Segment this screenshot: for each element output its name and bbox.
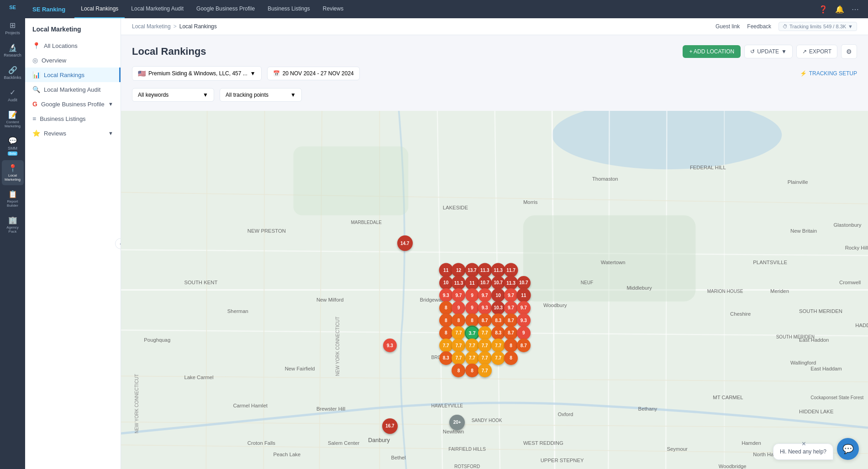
ranking-bubble[interactable]: 7.7 — [478, 351, 492, 365]
ranking-bubble[interactable]: 8.7 — [478, 313, 492, 327]
ranking-bubble[interactable]: 9.7 — [452, 288, 465, 302]
feedback-link[interactable]: Feedback — [747, 23, 771, 30]
ranking-bubble[interactable]: 11.3 — [491, 263, 505, 277]
ranking-bubble[interactable]: 11.3 — [478, 263, 492, 277]
ranking-bubble[interactable]: 8 — [439, 301, 453, 315]
ranking-bubble[interactable]: 10.7 — [491, 276, 505, 290]
ranking-bubble[interactable]: 11.3 — [452, 276, 466, 290]
ranking-bubble[interactable]: 7.7 — [491, 351, 505, 365]
nav-research[interactable]: 🔬 Research — [2, 40, 24, 61]
ranking-bubble[interactable]: 9.7 — [517, 301, 531, 315]
bell-icon[interactable]: 🔔 — [833, 3, 846, 16]
ranking-bubble[interactable]: 13.7 — [465, 263, 479, 277]
ranking-bubble[interactable]: 8 — [439, 313, 453, 327]
sidebar-item-business-listings[interactable]: ≡ Business Listings — [25, 111, 121, 126]
ranking-bubble[interactable]: 7.7 — [478, 364, 492, 377]
nav-content-marketing[interactable]: 📝 Content Marketing — [2, 107, 24, 132]
ranking-bubble[interactable]: 7.7 — [478, 339, 492, 352]
breadcrumb-parent[interactable]: Local Marketing — [132, 23, 171, 30]
nav-local-marketing[interactable]: 📍 Local Marketing — [2, 160, 24, 185]
ranking-bubble[interactable]: 8 — [465, 364, 479, 377]
location-selector[interactable]: 🇺🇸 Premium Siding & Windows, LLC, 457 ..… — [132, 66, 262, 81]
sidebar-collapse-btn[interactable]: ‹ — [115, 238, 121, 249]
ranking-bubble[interactable]: 8.7 — [504, 326, 518, 340]
ranking-bubble[interactable]: 7.7 — [452, 339, 465, 352]
ranking-bubble[interactable]: 9.3 — [478, 301, 492, 315]
ranking-bubble[interactable]: 7.7 — [465, 339, 479, 352]
ranking-bubble[interactable]: 7.7 — [452, 351, 465, 365]
ranking-bubble[interactable]: 7.7 — [478, 326, 492, 340]
ranking-bubble[interactable]: 9.7 — [504, 288, 518, 302]
ranking-bubble[interactable]: 8 — [452, 313, 465, 327]
ranking-bubble[interactable]: 7.7 — [439, 339, 453, 352]
chat-close-button[interactable]: × — [802, 440, 806, 448]
topnav-google-business-profile[interactable]: Google Business Profile — [190, 0, 261, 18]
ranking-bubble[interactable]: 7.7 — [491, 339, 505, 352]
more-icon[interactable]: ⋯ — [850, 3, 861, 16]
ranking-bubble[interactable]: 10.7 — [478, 276, 492, 290]
topnav-local-marketing-audit[interactable]: Local Marketing Audit — [125, 0, 190, 18]
chat-open-button[interactable]: 💬 — [837, 438, 859, 460]
ranking-bubble[interactable]: 8 — [439, 326, 453, 340]
ranking-bubble[interactable]: 9.3 — [517, 313, 531, 327]
ranking-bubble[interactable]: 8.7 — [504, 313, 518, 327]
ranking-bubble[interactable]: 14.7 — [397, 235, 413, 251]
ranking-bubble[interactable]: 9 — [452, 301, 465, 315]
ranking-bubble[interactable]: 11 — [439, 263, 453, 277]
ranking-bubble[interactable]: 9.3 — [439, 288, 453, 302]
topnav-reviews[interactable]: Reviews — [316, 0, 350, 18]
ranking-bubble[interactable]: 8.3 — [439, 351, 453, 365]
ranking-bubble[interactable]: 11.7 — [504, 263, 518, 277]
export-button[interactable]: ↗ EXPORT — [796, 45, 837, 58]
ranking-bubble[interactable]: 8.3 — [491, 326, 505, 340]
sidebar-item-reviews[interactable]: ⭐ Reviews ▼ — [25, 126, 121, 141]
ranking-bubble[interactable]: 16.7 — [382, 418, 398, 434]
ranking-bubble[interactable]: 8.3 — [491, 313, 505, 327]
date-range-selector[interactable]: 📅 20 NOV 2024 - 27 NOV 2024 — [267, 67, 360, 80]
ranking-bubble[interactable]: 8 — [452, 364, 465, 377]
ranking-bubble[interactable]: 7.7 — [452, 326, 465, 340]
nav-smm[interactable]: 💬 SMM Beta — [2, 133, 24, 159]
ranking-bubble[interactable]: 20+ — [449, 415, 465, 430]
nav-audit[interactable]: ✓ Audit — [2, 84, 24, 106]
ranking-bubble[interactable]: 9.3 — [383, 339, 397, 352]
ranking-bubble[interactable]: 10.7 — [517, 276, 531, 290]
ranking-bubble[interactable]: 9.7 — [478, 288, 492, 302]
ranking-bubble[interactable]: 9 — [465, 288, 479, 302]
ranking-bubble[interactable]: 11 — [465, 276, 479, 290]
brand-logo[interactable]: SE — [9, 5, 16, 10]
ranking-bubble[interactable]: 8.7 — [517, 339, 531, 352]
ranking-bubble[interactable]: 8 — [504, 351, 518, 365]
add-location-button[interactable]: + ADD LOCATION — [683, 45, 741, 58]
ranking-bubble[interactable]: 7.7 — [465, 351, 479, 365]
ranking-bubble[interactable]: 11.3 — [504, 276, 518, 290]
nav-report-builder[interactable]: 📋 Report Builder — [2, 186, 24, 211]
sidebar-item-local-rankings[interactable]: 📊 Local Rankings — [25, 68, 121, 82]
guest-link[interactable]: Guest link — [715, 23, 740, 30]
ranking-bubble[interactable]: 9 — [517, 326, 531, 340]
nav-agency-pack[interactable]: 🏢 Agency Pack — [2, 212, 24, 237]
ranking-bubble[interactable]: 12 — [452, 263, 466, 277]
sidebar-item-overview[interactable]: ◎ Overview — [25, 53, 121, 68]
sidebar-item-local-marketing-audit[interactable]: 🔍 Local Marketing Audit — [25, 82, 121, 97]
topnav-business-listings[interactable]: Business Listings — [261, 0, 316, 18]
help-icon[interactable]: ❓ — [817, 3, 830, 16]
nav-projects[interactable]: ⊞ Projects — [2, 17, 24, 39]
keywords-selector[interactable]: All keywords ▼ — [132, 88, 214, 102]
ranking-bubble[interactable]: 9.7 — [504, 301, 518, 315]
tracking-points-selector[interactable]: All tracking points ▼ — [220, 88, 302, 102]
ranking-bubble[interactable]: 10 — [439, 276, 453, 290]
ranking-bubble[interactable]: 3.7 — [465, 326, 479, 340]
ranking-bubble[interactable]: 9 — [465, 301, 479, 315]
sidebar-item-google-business-profile[interactable]: G Google Business Profile ▼ — [25, 97, 121, 111]
map-container[interactable]: SOUTH KENT NEW PRESTON MARBLEDALE LAKESI… — [121, 111, 868, 469]
ranking-bubble[interactable]: 8 — [504, 339, 518, 352]
nav-backlinks[interactable]: 🔗 Backlinks — [2, 62, 24, 83]
ranking-bubble[interactable]: 10.3 — [491, 301, 505, 315]
sidebar-item-all-locations[interactable]: 📍 All Locations — [25, 38, 121, 53]
settings-button[interactable]: ⚙ — [841, 44, 857, 59]
ranking-bubble[interactable]: 10 — [491, 288, 505, 302]
tracking-setup-button[interactable]: ⚡ TRACKING SETUP — [800, 70, 857, 77]
update-button[interactable]: ↺ UPDATE ▼ — [744, 45, 793, 58]
ranking-bubble[interactable]: 11 — [516, 288, 531, 302]
